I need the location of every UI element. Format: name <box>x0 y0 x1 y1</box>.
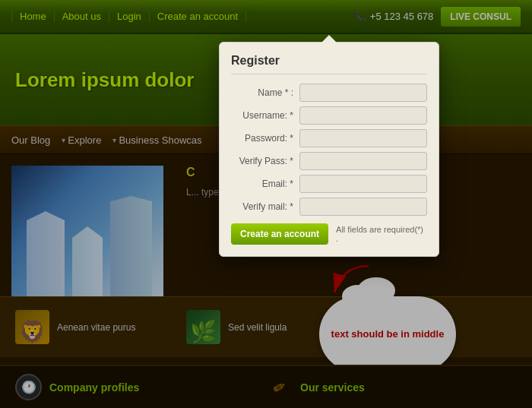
input-verify-pass[interactable] <box>299 152 427 170</box>
create-account-button[interactable]: Create an account <box>231 223 328 245</box>
label-password: Password: * <box>231 133 299 144</box>
input-name[interactable] <box>299 84 427 102</box>
form-row-email: Email: * <box>231 175 427 193</box>
input-username[interactable] <box>299 106 427 125</box>
label-verify-mail: Verify mail: * <box>231 201 299 212</box>
input-password[interactable] <box>299 129 427 147</box>
required-text: All fields are required(*) . <box>336 225 427 243</box>
label-username: Username: * <box>231 110 299 121</box>
input-email[interactable] <box>299 175 427 193</box>
register-modal: Register Name * : Username: * Password: … <box>219 42 439 257</box>
modal-triangle <box>321 35 337 43</box>
modal-title: Register <box>231 54 427 74</box>
label-email: Email: * <box>231 179 299 189</box>
modal-footer: Create an account All fields are require… <box>231 223 427 245</box>
label-name: Name * : <box>231 87 299 98</box>
form-row-password: Password: * <box>231 129 427 147</box>
input-verify-mail[interactable] <box>299 198 427 216</box>
form-row-name: Name * : <box>231 84 427 102</box>
form-row-verify-pass: Verify Pass: * <box>231 152 427 170</box>
form-row-verify-mail: Verify mail: * <box>231 198 427 216</box>
form-row-username: Username: * <box>231 106 427 125</box>
label-verify-pass: Verify Pass: * <box>231 156 299 166</box>
